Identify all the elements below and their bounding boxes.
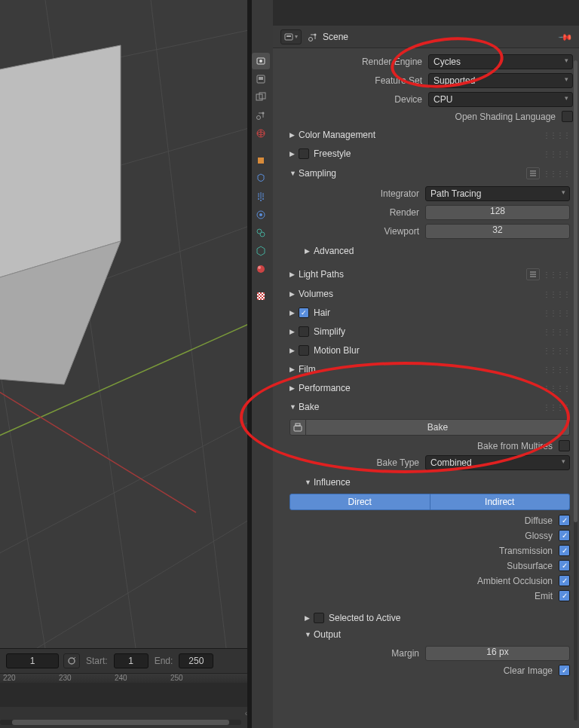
diffuse-checkbox[interactable]: ✓ [559, 515, 570, 526]
timeline: 1 Start: 1 End: 250 220 230 240 250 ‹ [0, 648, 249, 728]
glossy-checkbox[interactable]: ✓ [559, 530, 570, 541]
start-frame-field[interactable]: 1 [114, 653, 149, 668]
feature-set-label: Feature Set [286, 75, 428, 86]
volumes-panel-header[interactable]: ▶Volumes⋮⋮⋮⋮ [286, 285, 573, 303]
emit-label: Emit [535, 591, 559, 601]
feature-set-select[interactable]: Supported [428, 73, 573, 88]
current-frame-field[interactable]: 1 [6, 653, 59, 668]
bake-button[interactable]: Bake [306, 419, 570, 436]
device-select[interactable]: CPU [428, 92, 573, 107]
properties-panel: ▾ Scene 📌 Render Engine Cycles Feature S… [273, 0, 579, 728]
simplify-checkbox[interactable] [299, 326, 309, 337]
properties-scrollbar[interactable] [574, 60, 577, 720]
transmission-checkbox[interactable]: ✓ [559, 545, 570, 556]
bake-icon [290, 419, 306, 436]
light-paths-presets-button[interactable] [526, 268, 540, 280]
subsurface-checkbox[interactable]: ✓ [559, 560, 570, 571]
svg-point-30 [260, 232, 265, 237]
svg-line-4 [0, 520, 249, 648]
svg-rect-33 [257, 292, 265, 300]
hair-panel-header[interactable]: ▶✓Hair⋮⋮⋮⋮ [286, 304, 573, 322]
render-samples-label: Render [290, 207, 425, 218]
output-tab[interactable] [252, 71, 270, 87]
subsurface-label: Subsurface [507, 561, 559, 571]
physics-tab[interactable] [252, 206, 270, 223]
particle-tab[interactable] [252, 188, 270, 205]
end-frame-field[interactable]: 250 [179, 653, 213, 668]
influence-direct-toggle[interactable]: Direct [290, 494, 430, 510]
svg-point-25 [260, 200, 262, 201]
diffuse-label: Diffuse [525, 515, 559, 526]
properties-tabs [252, 30, 273, 304]
color-management-panel-header[interactable]: ▶Color Management⋮⋮⋮⋮ [286, 126, 573, 144]
performance-panel-header[interactable]: ▶Performance⋮⋮⋮⋮ [286, 379, 573, 397]
svg-point-41 [314, 33, 317, 35]
bake-from-multires-checkbox[interactable] [559, 440, 570, 451]
influence-indirect-toggle[interactable]: Indirect [430, 494, 571, 510]
osl-checkbox[interactable] [562, 111, 573, 122]
viewport-samples-field[interactable]: 32 [425, 224, 570, 239]
viewlayer-tab[interactable] [252, 89, 270, 106]
svg-point-32 [258, 266, 261, 269]
freestyle-panel-header[interactable]: ▶Freestyle⋮⋮⋮⋮ [286, 145, 573, 163]
svg-point-40 [309, 37, 313, 41]
render-samples-field[interactable]: 128 [425, 205, 570, 220]
simplify-panel-header[interactable]: ▶Simplify⋮⋮⋮⋮ [286, 323, 573, 341]
light-paths-panel-header[interactable]: ▶Light Paths ⋮⋮⋮⋮ [286, 265, 573, 284]
viewport-samples-label: Viewport [290, 226, 425, 237]
end-label: End: [153, 656, 175, 666]
sampling-advanced-header[interactable]: ▶Advanced [290, 243, 570, 259]
emit-checkbox[interactable]: ✓ [559, 590, 570, 601]
scene-icon [308, 32, 318, 42]
svg-rect-48 [294, 426, 302, 431]
svg-point-21 [262, 112, 265, 115]
margin-field[interactable]: 16 px [425, 646, 570, 661]
margin-label: Margin [290, 648, 425, 659]
motion-blur-checkbox[interactable] [299, 345, 309, 356]
texture-tab[interactable] [252, 288, 270, 304]
clear-image-label: Clear Image [504, 665, 559, 676]
svg-rect-17 [259, 77, 263, 80]
material-tab[interactable] [252, 261, 270, 277]
osl-label: Open Shading Language [455, 112, 562, 122]
freestyle-checkbox[interactable] [299, 148, 309, 159]
svg-line-3 [0, 422, 249, 573]
svg-point-20 [257, 116, 261, 120]
sampling-panel-header[interactable]: ▼Sampling ⋮⋮⋮⋮ [286, 164, 573, 183]
svg-rect-39 [286, 35, 291, 37]
timeline-ruler[interactable]: 220 230 240 250 [0, 674, 249, 707]
jump-to-keyframe-button[interactable] [63, 653, 80, 668]
timeline-scrollbar[interactable] [0, 720, 241, 725]
sampling-presets-button[interactable] [526, 167, 540, 179]
modifier-tab[interactable] [252, 170, 270, 187]
datablock-menu[interactable]: ▾ [280, 29, 302, 44]
glossy-label: Glossy [525, 531, 559, 541]
bake-panel-header[interactable]: ▼Bake⋮⋮⋮⋮ [286, 398, 573, 416]
world-tab[interactable] [252, 125, 270, 142]
scene-tab[interactable] [252, 107, 270, 124]
constraint-tab[interactable] [252, 225, 270, 241]
hair-checkbox[interactable]: ✓ [299, 307, 309, 318]
svg-line-7 [151, 0, 226, 648]
film-panel-header[interactable]: ▶Film⋮⋮⋮⋮ [286, 360, 573, 378]
ao-label: Ambient Occlusion [477, 576, 559, 586]
selected-to-active-checkbox[interactable] [314, 613, 324, 623]
viewport-3d[interactable] [0, 0, 249, 648]
start-label: Start: [84, 656, 109, 666]
influence-panel-header[interactable]: ▼Influence [290, 474, 570, 491]
object-tab[interactable] [252, 152, 270, 169]
bake-type-select[interactable]: Combined [425, 455, 570, 470]
mesh-tab[interactable] [252, 243, 270, 259]
scene-name: Scene [323, 32, 348, 42]
svg-point-28 [259, 213, 262, 216]
render-tab[interactable] [252, 53, 270, 69]
integrator-select[interactable]: Path Tracing [425, 186, 570, 201]
pin-icon[interactable]: 📌 [558, 29, 574, 44]
render-engine-select[interactable]: Cycles [428, 54, 573, 69]
selected-to-active-panel-header[interactable]: ▶Selected to Active [290, 610, 570, 626]
transmission-label: Transmission [499, 546, 559, 556]
ao-checkbox[interactable]: ✓ [559, 575, 570, 586]
motion-blur-panel-header[interactable]: ▶Motion Blur⋮⋮⋮⋮ [286, 341, 573, 359]
output-panel-header[interactable]: ▼Output [290, 626, 570, 643]
clear-image-checkbox[interactable]: ✓ [559, 665, 570, 676]
